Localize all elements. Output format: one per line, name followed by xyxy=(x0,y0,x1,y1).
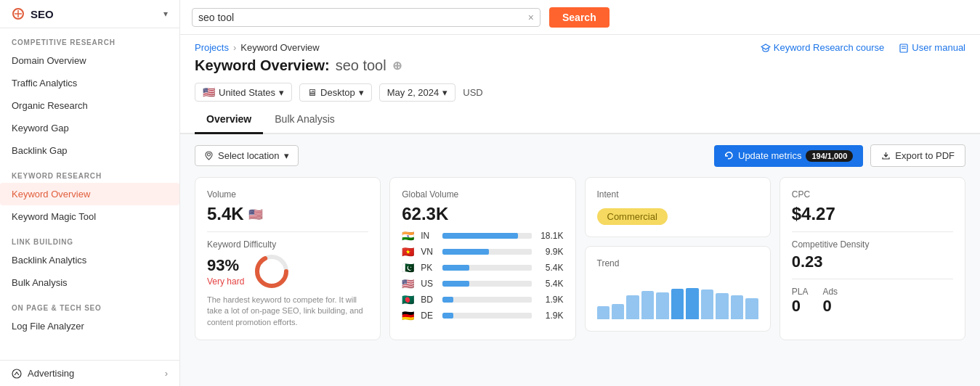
content-area: Select location ▾ Update metrics 194/1,0… xyxy=(180,134,980,386)
user-manual-link[interactable]: User manual xyxy=(899,42,965,53)
sidebar-item-organic-research[interactable]: Organic Research xyxy=(0,94,179,117)
keyword-research-course-label: Keyword Research course xyxy=(774,42,884,53)
search-input[interactable] xyxy=(198,12,524,23)
flag-bd: 🇧🇩 xyxy=(402,294,416,305)
breadcrumb: Projects › Keyword Overview xyxy=(195,42,320,53)
global-volume-card: Global Volume 62.3K 🇮🇳 IN 18.1K 🇻🇳 xyxy=(389,177,575,340)
advertising-icon xyxy=(12,369,22,379)
bar-fill-de xyxy=(442,313,453,319)
advertising-label: Advertising xyxy=(28,368,74,379)
sidebar-section-label-keyword: KEYWORD RESEARCH xyxy=(0,162,179,183)
tab-overview[interactable]: Overview xyxy=(195,107,263,134)
trend-card: Trend xyxy=(585,246,771,332)
sidebar-item-advertising[interactable]: Advertising › xyxy=(0,360,179,386)
date-filter[interactable]: May 2, 2024 ▾ xyxy=(379,83,456,102)
flag-de: 🇩🇪 xyxy=(402,310,416,321)
code-in: IN xyxy=(421,231,438,241)
bar-fill-pk xyxy=(442,265,469,271)
bar-bg-in xyxy=(442,233,531,239)
flag-vn: 🇻🇳 xyxy=(402,246,416,258)
bar-bg-pk xyxy=(442,265,531,271)
bar-bg-de xyxy=(442,313,531,319)
tab-bulk-analysis[interactable]: Bulk Analysis xyxy=(263,107,346,134)
keyword-research-course-link[interactable]: Keyword Research course xyxy=(761,42,884,53)
traffic-analytics-label: Traffic Analytics xyxy=(12,78,77,89)
intent-card: Intent Commercial xyxy=(585,177,771,237)
sidebar-logo[interactable]: SEO xyxy=(12,7,54,20)
device-icon: 🖥 xyxy=(307,87,317,98)
flag-pk: 🇵🇰 xyxy=(402,262,416,274)
topbar: × Search xyxy=(180,0,980,35)
sidebar-item-backlink-gap[interactable]: Backlink Gap xyxy=(0,139,179,162)
trend-bar-6 xyxy=(671,289,684,319)
location-chevron-icon: ▾ xyxy=(284,150,289,161)
ads-item: Ads 0 xyxy=(822,287,838,316)
domain-overview-label: Domain Overview xyxy=(12,55,86,66)
comp-divider xyxy=(792,279,953,279)
val-in: 18.1K xyxy=(536,231,564,241)
sidebar-item-keyword-overview[interactable]: Keyword Overview xyxy=(0,183,179,205)
add-keyword-icon[interactable]: ⊕ xyxy=(392,59,402,73)
organic-research-label: Organic Research xyxy=(12,100,88,111)
seo-logo-icon xyxy=(12,7,25,20)
volume-label: Volume xyxy=(207,189,368,200)
select-location-label: Select location xyxy=(218,150,280,161)
sidebar-item-keyword-magic-tool[interactable]: Keyword Magic Tool xyxy=(0,205,179,228)
filters-row: 🇺🇸 United States ▾ 🖥 Desktop ▾ May 2, 20… xyxy=(180,80,980,107)
country-filter[interactable]: 🇺🇸 United States ▾ xyxy=(195,83,292,102)
currency-label: USD xyxy=(463,87,482,98)
trend-bar-2 xyxy=(612,304,624,319)
svg-point-3 xyxy=(12,369,21,378)
sidebar-section-link-building: LINK BUILDING Backlink Analytics Bulk An… xyxy=(0,228,179,294)
sidebar-item-traffic-analytics[interactable]: Traffic Analytics xyxy=(0,72,179,94)
sidebar-section-label-competitive: COMPETITIVE RESEARCH xyxy=(0,28,179,49)
export-pdf-button[interactable]: Export to PDF xyxy=(870,144,965,167)
device-filter[interactable]: 🖥 Desktop ▾ xyxy=(299,83,372,102)
country-flag: 🇺🇸 xyxy=(203,86,215,98)
sidebar-section-label-link: LINK BUILDING xyxy=(0,228,179,249)
pla-item: PLA 0 xyxy=(792,287,809,316)
select-location-button[interactable]: Select location ▾ xyxy=(195,145,299,166)
country-label: United States xyxy=(219,87,275,98)
sidebar-item-log-file-analyzer[interactable]: Log File Analyzer xyxy=(0,315,179,337)
device-chevron-icon: ▾ xyxy=(359,87,364,98)
sidebar-item-bulk-analysis[interactable]: Bulk Analysis xyxy=(0,271,179,294)
code-pk: PK xyxy=(421,263,438,273)
search-button[interactable]: Search xyxy=(549,7,610,28)
breadcrumb-separator: › xyxy=(233,42,236,53)
country-row-vn: 🇻🇳 VN 9.9K xyxy=(402,246,563,258)
backlink-analytics-label: Backlink Analytics xyxy=(12,255,86,266)
backlink-gap-label: Backlink Gap xyxy=(12,145,68,156)
advertising-chevron-icon: › xyxy=(165,368,168,379)
trend-bar-10 xyxy=(731,295,743,319)
update-count-badge: 194/1,000 xyxy=(806,150,853,162)
sidebar-logo-text: SEO xyxy=(31,8,54,20)
intent-badge-text: Commercial xyxy=(597,208,668,225)
val-vn: 9.9K xyxy=(536,247,564,257)
trend-bar-4 xyxy=(641,291,654,319)
svg-point-8 xyxy=(208,153,211,156)
kd-description: The hardest keyword to compete for. It w… xyxy=(207,295,368,328)
breadcrumb-projects[interactable]: Projects xyxy=(195,42,229,53)
code-de: DE xyxy=(421,311,438,321)
graduation-icon xyxy=(761,43,771,53)
trend-bar-3 xyxy=(626,295,639,319)
clear-icon[interactable]: × xyxy=(528,12,534,23)
kd-label: Keyword Difficulty xyxy=(207,239,368,250)
keyword-gap-label: Keyword Gap xyxy=(12,123,69,134)
trend-bar-11 xyxy=(745,298,758,319)
bar-bg-vn xyxy=(442,249,531,255)
volume-flag: 🇺🇸 xyxy=(248,208,263,221)
sidebar-item-backlink-analytics[interactable]: Backlink Analytics xyxy=(0,249,179,271)
breadcrumb-bar: Projects › Keyword Overview Keyword Rese… xyxy=(180,35,980,56)
kd-difficulty-label: Very hard xyxy=(207,276,244,287)
sidebar-collapse-icon[interactable]: ▾ xyxy=(163,9,168,19)
volume-number: 5.4K xyxy=(207,204,244,224)
update-metrics-button[interactable]: Update metrics 194/1,000 xyxy=(714,145,863,167)
date-label: May 2, 2024 xyxy=(387,87,440,98)
bar-fill-bd xyxy=(442,297,453,303)
refresh-icon xyxy=(724,151,734,160)
sidebar-item-domain-overview[interactable]: Domain Overview xyxy=(0,49,179,72)
sidebar-item-keyword-gap[interactable]: Keyword Gap xyxy=(0,117,179,139)
cpc-label: CPC xyxy=(792,189,953,200)
